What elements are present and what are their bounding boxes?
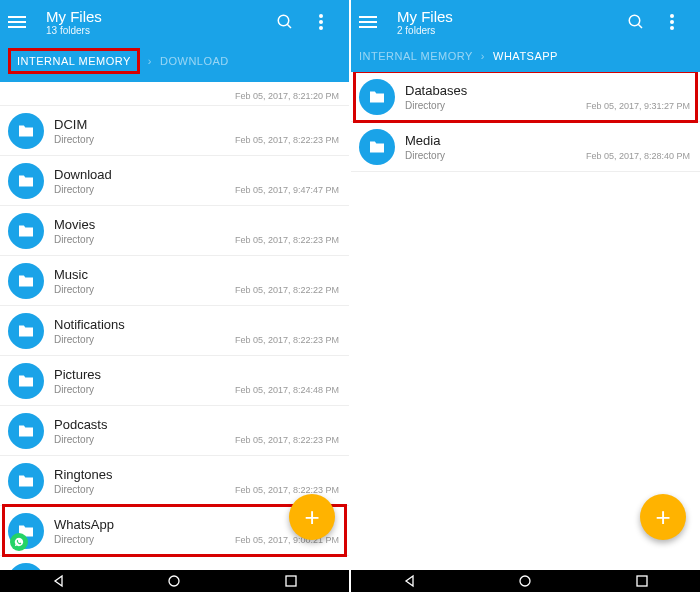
svg-point-12	[520, 576, 530, 586]
folder-icon	[359, 129, 395, 165]
folder-date: Feb 05, 2017, 9:47:47 PM	[235, 185, 339, 195]
folder-icon	[8, 363, 44, 399]
whatsapp-badge-icon	[10, 533, 28, 551]
folder-icon	[8, 313, 44, 349]
folder-icon	[8, 263, 44, 299]
folder-icon	[8, 213, 44, 249]
list-item[interactable]: DownloadDirectoryFeb 05, 2017, 9:47:47 P…	[0, 156, 349, 206]
app-header: My Files 13 folders INTERNAL MEMORY › DO…	[0, 0, 349, 82]
folder-name: Databases	[405, 83, 690, 98]
list-item[interactable]: MusicDirectoryFeb 05, 2017, 8:22:22 PM	[0, 256, 349, 306]
folder-name: YSLauncher	[54, 567, 339, 571]
crumb-internal-memory[interactable]: INTERNAL MEMORY	[359, 50, 473, 62]
home-icon[interactable]	[515, 574, 535, 588]
folder-type: Directory	[54, 534, 94, 545]
more-icon[interactable]	[303, 4, 339, 40]
title-block: My Files 2 folders	[397, 8, 618, 36]
svg-point-11	[670, 26, 674, 30]
folder-name: DCIM	[54, 117, 339, 132]
list-item[interactable]: MoviesDirectoryFeb 05, 2017, 8:22:23 PM	[0, 206, 349, 256]
svg-point-2	[319, 14, 323, 18]
svg-rect-13	[637, 576, 647, 586]
folder-date: Feb 05, 2017, 8:22:23 PM	[235, 485, 339, 495]
svg-point-3	[319, 20, 323, 24]
list-item[interactable]: YSLauncherDirectoryFeb 05, 2017, 8:22:07…	[0, 556, 349, 570]
folder-name: Pictures	[54, 367, 339, 382]
recent-icon[interactable]	[632, 574, 652, 588]
svg-point-4	[319, 26, 323, 30]
breadcrumb: INTERNAL MEMORY › DOWNLOAD	[0, 44, 349, 82]
list-item[interactable]: Feb 05, 2017, 8:21:20 PM	[0, 82, 349, 106]
folder-icon	[8, 413, 44, 449]
back-icon[interactable]	[399, 574, 419, 588]
folder-icon	[8, 463, 44, 499]
folder-count: 13 folders	[46, 25, 267, 36]
list-item[interactable]: NotificationsDirectoryFeb 05, 2017, 8:22…	[0, 306, 349, 356]
folder-icon	[359, 79, 395, 115]
svg-line-8	[638, 24, 642, 28]
search-icon[interactable]	[267, 4, 303, 40]
svg-point-7	[629, 15, 640, 26]
android-navbar	[351, 570, 700, 592]
svg-rect-6	[286, 576, 296, 586]
folder-type: Directory	[54, 234, 94, 245]
more-icon[interactable]	[654, 4, 690, 40]
add-button[interactable]: +	[640, 494, 686, 540]
search-icon[interactable]	[618, 4, 654, 40]
menu-icon[interactable]	[359, 16, 387, 28]
folder-date: Feb 05, 2017, 8:22:23 PM	[235, 435, 339, 445]
menu-icon[interactable]	[8, 16, 36, 28]
list-item[interactable]: MediaDirectoryFeb 05, 2017, 8:28:40 PM	[351, 122, 700, 172]
home-icon[interactable]	[164, 574, 184, 588]
folder-list[interactable]: DatabasesDirectoryFeb 05, 2017, 9:31:27 …	[351, 72, 700, 570]
app-title: My Files	[46, 8, 267, 25]
list-item[interactable]: PodcastsDirectoryFeb 05, 2017, 8:22:23 P…	[0, 406, 349, 456]
title-block: My Files 13 folders	[46, 8, 267, 36]
folder-date: Feb 05, 2017, 8:22:23 PM	[235, 135, 339, 145]
folder-date: Feb 05, 2017, 8:22:23 PM	[235, 335, 339, 345]
svg-line-1	[287, 24, 291, 28]
folder-icon	[8, 513, 44, 549]
folder-list[interactable]: Feb 05, 2017, 8:21:20 PM DCIMDirectoryFe…	[0, 82, 349, 570]
chevron-right-icon: ›	[481, 50, 485, 62]
toolbar: My Files 2 folders	[351, 0, 700, 44]
list-item[interactable]: DCIMDirectoryFeb 05, 2017, 8:22:23 PM	[0, 106, 349, 156]
list-item[interactable]: DatabasesDirectoryFeb 05, 2017, 9:31:27 …	[351, 72, 700, 122]
folder-name: Media	[405, 133, 690, 148]
folder-type: Directory	[54, 184, 94, 195]
folder-date: Feb 05, 2017, 8:22:22 PM	[235, 285, 339, 295]
folder-type: Directory	[405, 150, 445, 161]
folder-name: Notifications	[54, 317, 339, 332]
folder-name: Download	[54, 167, 339, 182]
app-header: My Files 2 folders INTERNAL MEMORY › WHA…	[351, 0, 700, 72]
android-navbar	[0, 570, 349, 592]
folder-count: 2 folders	[397, 25, 618, 36]
crumb-download[interactable]: DOWNLOAD	[160, 55, 229, 67]
svg-point-5	[169, 576, 179, 586]
folder-type: Directory	[54, 384, 94, 395]
toolbar: My Files 13 folders	[0, 0, 349, 44]
folder-date: Feb 05, 2017, 8:24:48 PM	[235, 385, 339, 395]
folder-type: Directory	[405, 100, 445, 111]
back-icon[interactable]	[48, 574, 68, 588]
folder-name: Ringtones	[54, 467, 339, 482]
folder-icon	[8, 113, 44, 149]
folder-type: Directory	[54, 434, 94, 445]
list-item[interactable]: PicturesDirectoryFeb 05, 2017, 8:24:48 P…	[0, 356, 349, 406]
folder-type: Directory	[54, 134, 94, 145]
folder-type: Directory	[54, 334, 94, 345]
recent-icon[interactable]	[281, 574, 301, 588]
crumb-internal-memory[interactable]: INTERNAL MEMORY	[8, 48, 140, 74]
left-panel: My Files 13 folders INTERNAL MEMORY › DO…	[0, 0, 349, 592]
folder-icon	[8, 563, 44, 571]
svg-point-10	[670, 20, 674, 24]
crumb-whatsapp[interactable]: WHATSAPP	[493, 50, 558, 62]
folder-name: Podcasts	[54, 417, 339, 432]
folder-name: Movies	[54, 217, 339, 232]
folder-date: Feb 05, 2017, 8:28:40 PM	[586, 151, 690, 161]
add-button[interactable]: +	[289, 494, 335, 540]
app-title: My Files	[397, 8, 618, 25]
folder-name: Music	[54, 267, 339, 282]
breadcrumb: INTERNAL MEMORY › WHATSAPP	[351, 44, 700, 72]
right-panel: My Files 2 folders INTERNAL MEMORY › WHA…	[351, 0, 700, 592]
